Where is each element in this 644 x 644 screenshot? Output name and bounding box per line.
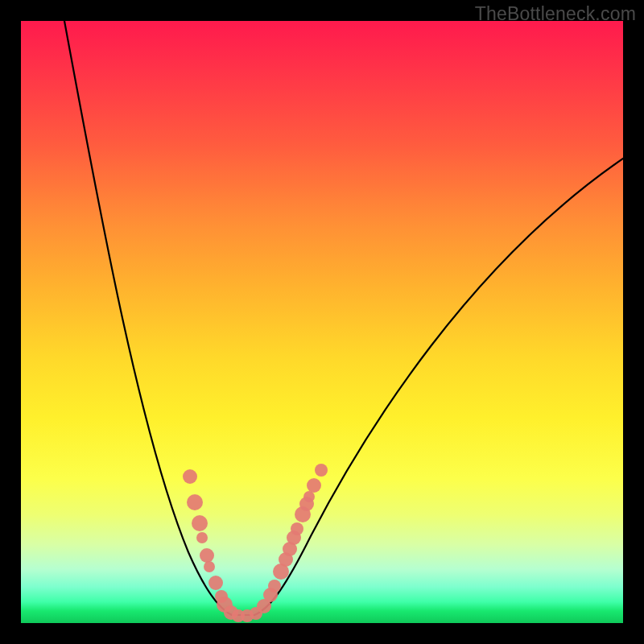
- curve-right-branch: [254, 159, 623, 615]
- marker-dot: [273, 564, 289, 580]
- marker-dot: [196, 532, 208, 543]
- marker-dot: [217, 597, 233, 613]
- marker-dot: [303, 491, 315, 502]
- marker-dot: [224, 605, 238, 620]
- watermark-text: TheBottleneck.com: [475, 3, 636, 25]
- marker-dot: [299, 497, 314, 511]
- marker-dot: [307, 478, 321, 493]
- marker-dot: [268, 580, 281, 592]
- marker-dot: [241, 609, 254, 622]
- marker-dot: [200, 548, 214, 563]
- marker-dot: [204, 561, 215, 572]
- marker-dot: [187, 494, 203, 510]
- marker-dot: [279, 552, 293, 567]
- marker-dot: [192, 515, 208, 531]
- marker-dot: [295, 506, 311, 522]
- marker-dots: [183, 464, 328, 622]
- curve-svg: [21, 21, 623, 623]
- marker-dot: [183, 469, 197, 484]
- marker-dot: [287, 530, 301, 545]
- outer-black-frame: TheBottleneck.com: [0, 0, 644, 644]
- curve-left-branch: [64, 21, 232, 615]
- plot-area: [21, 21, 623, 623]
- marker-dot: [291, 522, 303, 535]
- marker-dot: [215, 590, 228, 603]
- marker-dot: [232, 609, 245, 622]
- bottleneck-curve: [64, 21, 623, 615]
- marker-dot: [208, 576, 223, 590]
- marker-dot: [263, 588, 278, 602]
- marker-dot: [283, 542, 297, 556]
- marker-dot: [257, 599, 271, 613]
- marker-dot: [250, 607, 262, 620]
- marker-dot: [315, 464, 328, 477]
